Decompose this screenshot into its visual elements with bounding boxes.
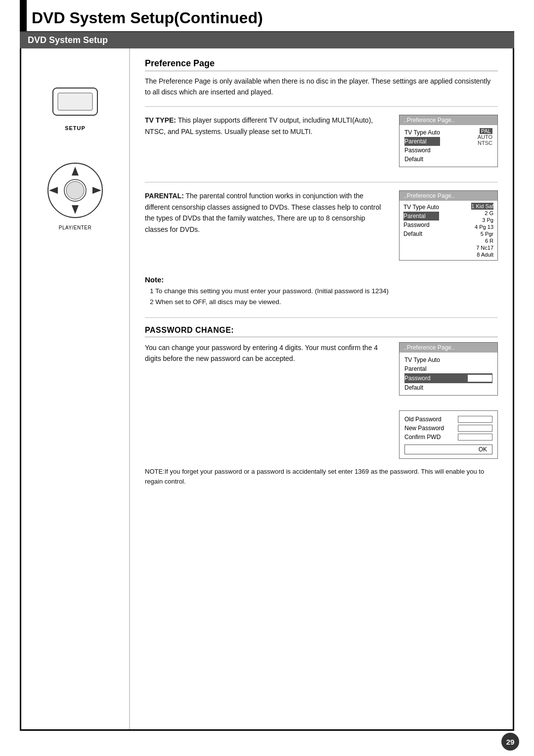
tv-type-row-2: Parental xyxy=(404,137,440,146)
tv-opt-auto: AUTO xyxy=(478,134,492,140)
confirm-pwd-field[interactable] xyxy=(458,434,492,441)
change-button: Change xyxy=(467,374,492,382)
parental-opt-5: 5 Pgr xyxy=(481,230,493,237)
black-bar xyxy=(20,0,27,31)
pwd-row-parental: Parental xyxy=(404,364,492,373)
setup-device-svg xyxy=(43,78,107,125)
note-section: Note: 1 To change this setting you must … xyxy=(145,275,498,307)
preference-page-heading: Preference Page xyxy=(145,58,498,71)
parental-label: PARENTAL: xyxy=(145,192,184,200)
setup-label: SETUP xyxy=(65,125,86,131)
parental-opt-7: 7 Nc17 xyxy=(476,244,493,251)
parental-ui-box: ..Preference Page.. TV Type Auto Parenta… xyxy=(399,190,498,261)
section-banner: DVD System Setup xyxy=(20,32,514,48)
main-layout: SETUP PLA xyxy=(20,48,514,731)
tv-type-options: PAL AUTO NTSC xyxy=(478,128,492,164)
svg-marker-7 xyxy=(92,187,101,194)
play-enter-label: PLAY/ENTER xyxy=(59,225,92,230)
pwd-ui-body-1: TV Type Auto Parental Password Change De… xyxy=(400,353,497,395)
tv-type-ui-header: ..Preference Page.. xyxy=(400,115,497,125)
svg-marker-5 xyxy=(72,205,79,214)
parental-opt-6: 6 R xyxy=(485,237,493,244)
svg-point-8 xyxy=(66,181,84,199)
tv-opt-pal: PAL xyxy=(480,128,492,134)
password-change-body: You can change your password by entering… xyxy=(145,344,378,362)
tv-type-ui-body: TV Type Auto Parental Password Default P… xyxy=(400,125,497,167)
password-input-box: Old Password New Password Confirm PWD xyxy=(399,410,498,459)
old-password-row: Old Password xyxy=(404,415,492,424)
tv-type-body: This player supports different TV output… xyxy=(145,116,373,135)
new-password-field[interactable] xyxy=(458,425,492,432)
parental-opt-4: 4 Pg 13 xyxy=(475,223,493,230)
bottom-note: NOTE:If you forget your password or a pa… xyxy=(145,467,498,488)
ok-button[interactable]: OK xyxy=(404,445,492,454)
tv-type-section: TV TYPE: This player supports different … xyxy=(145,115,498,167)
confirm-pwd-row: Confirm PWD xyxy=(404,433,492,442)
player-control-container: PLAY/ENTER xyxy=(38,151,112,230)
parental-options-list: 1 Kid Saf 2 G 3 Pg 4 Pg 13 5 Pgr 6 R 7 N… xyxy=(471,203,493,258)
new-password-row: New Password xyxy=(404,424,492,433)
page-header: DVD System Setup(Continued) xyxy=(20,0,514,32)
tv-type-row-4: Default xyxy=(404,155,440,164)
tv-type-ui-box: ..Preference Page.. TV Type Auto Parenta… xyxy=(399,115,498,167)
parental-ui-body: TV Type Auto Parental Password Default 1… xyxy=(400,201,497,260)
old-password-field[interactable] xyxy=(458,416,492,423)
password-change-text: You can change your password by entering… xyxy=(145,342,389,402)
parental-opt-3: 3 Pg xyxy=(482,217,493,223)
player-control-svg xyxy=(38,151,112,225)
parental-opt-1: 1 Kid Saf xyxy=(471,203,493,210)
svg-marker-6 xyxy=(49,187,58,194)
password-change-heading: PASSWORD CHANGE: xyxy=(145,326,498,337)
pwd-ui-header-1: ..Preference Page.. xyxy=(400,343,497,353)
pwd-row-tvtype: TV Type Auto xyxy=(404,356,492,364)
parental-opt-2: 2 G xyxy=(485,210,493,217)
note-label: Note: xyxy=(145,275,498,284)
confirm-pwd-label: Confirm PWD xyxy=(404,434,441,441)
preference-page-intro: The Preference Page is only available wh… xyxy=(145,76,498,97)
pwd-row-password: Password Change xyxy=(404,373,492,383)
page-number-area: 29 xyxy=(501,733,519,751)
tv-opt-ntsc: NTSC xyxy=(478,140,492,146)
tv-type-row: TV TYPE: This player supports different … xyxy=(145,115,498,167)
svg-rect-1 xyxy=(58,93,92,110)
tv-type-row-1: TV Type Auto xyxy=(404,128,440,137)
tv-type-text: TV TYPE: This player supports different … xyxy=(145,115,389,167)
parental-section: PARENTAL: The parental control function … xyxy=(145,190,498,261)
parental-ui-rows: TV Type Auto Parental Password Default xyxy=(403,203,439,258)
svg-marker-4 xyxy=(72,167,79,176)
note-text-1: 1 To change this setting you must enter … xyxy=(150,286,498,297)
setup-device-container: SETUP xyxy=(43,78,107,131)
password-change-section: PASSWORD CHANGE: You can change your pas… xyxy=(145,326,498,488)
note-text-2: 2 When set to OFF, all discs may be view… xyxy=(150,297,498,308)
left-column: SETUP PLA xyxy=(21,48,130,729)
pwd-row-default: Default xyxy=(404,383,492,392)
tv-type-ui-rows: TV Type Auto Parental Password Default xyxy=(404,128,440,164)
new-password-label: New Password xyxy=(404,425,444,432)
parental-text: PARENTAL: The parental control function … xyxy=(145,190,389,261)
right-column: Preference Page The Preference Page is o… xyxy=(130,48,513,729)
parental-ui-header: ..Preference Page.. xyxy=(400,191,497,201)
page-number: 29 xyxy=(501,733,519,751)
parental-row-default: Default xyxy=(403,229,439,238)
old-password-label: Old Password xyxy=(404,416,442,423)
tv-type-label: TV TYPE: xyxy=(145,116,176,124)
parental-row-parental: Parental xyxy=(403,212,439,221)
password-change-row: You can change your password by entering… xyxy=(145,342,498,402)
password-ui-box-1: ..Preference Page.. TV Type Auto Parenta… xyxy=(399,342,498,396)
tv-type-row-3: Password xyxy=(404,146,440,155)
parental-row: PARENTAL: The parental control function … xyxy=(145,190,498,261)
parental-row-password: Password xyxy=(403,221,439,229)
parental-opt-8: 8 Adult xyxy=(477,251,493,258)
page-title: DVD System Setup(Continued) xyxy=(32,0,263,31)
parental-row-tvtype: TV Type Auto xyxy=(403,203,439,212)
